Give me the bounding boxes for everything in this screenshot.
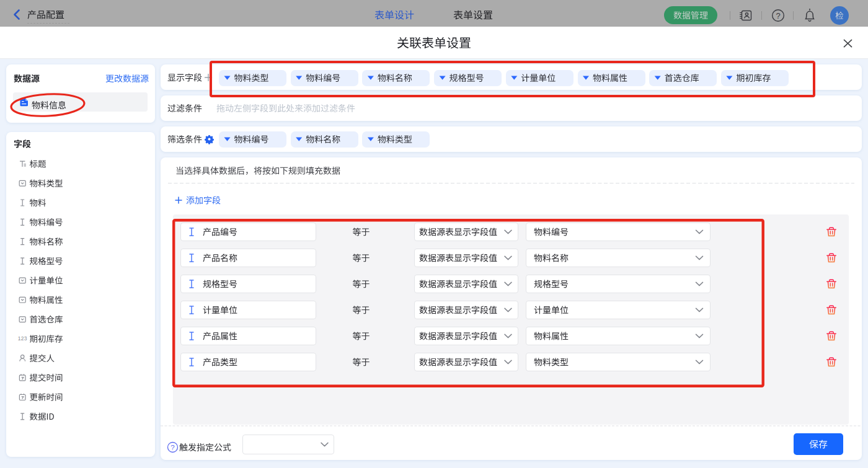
svg-text:?: ? — [776, 11, 780, 20]
svg-text:123: 123 — [18, 335, 27, 342]
svg-text:?: ? — [170, 444, 174, 451]
